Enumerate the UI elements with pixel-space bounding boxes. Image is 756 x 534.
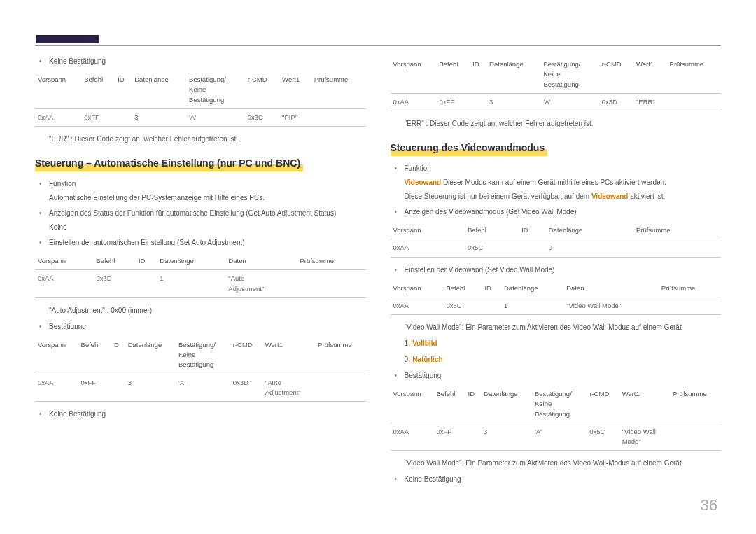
- table-cell: 1: [157, 270, 225, 298]
- table-cell: [634, 239, 721, 257]
- table-cell: 3: [132, 108, 186, 126]
- err-note-right: "ERR" : Dieser Code zeigt an, welcher Fe…: [391, 118, 722, 129]
- table-cell: 0x3D: [230, 374, 262, 402]
- table-header-cell: Befehl: [434, 386, 465, 423]
- table-cell: 0: [546, 239, 634, 257]
- table-cell: 0xAA: [391, 423, 434, 451]
- table-header-cell: ID: [519, 222, 546, 239]
- table-header-cell: Datenlänge: [546, 222, 634, 239]
- table-header-cell: r-CMD: [599, 56, 634, 93]
- table-header-cell: Vorspann: [35, 71, 81, 108]
- table-cell: 0xAA: [391, 297, 444, 314]
- bullet-keine-best: Keine Bestätigung: [49, 56, 366, 67]
- bullet-funktion: Funktion Automatische Einstellung der PC…: [49, 178, 366, 204]
- bullet-best-right: Bestätigung: [405, 370, 722, 381]
- table-header-cell: Befehl: [93, 253, 136, 270]
- table-cell: 'A': [541, 93, 599, 111]
- section-heading-videowand: Steuerung des Videowandmodus: [391, 140, 548, 156]
- table-cell: 1: [501, 297, 564, 314]
- videowand-desc2a: Diese Steuerung ist nur bei einem Gerät …: [405, 192, 592, 200]
- bullet-anzeigen-r: Anzeigen des Videowandmodus (Get Video W…: [405, 206, 722, 218]
- table-cell: [297, 270, 365, 298]
- right-table-4: VorspannBefehlIDDatenlängeBestätigung/ K…: [391, 386, 722, 451]
- table-cell: 'A': [176, 374, 230, 402]
- table-cell: [315, 374, 365, 402]
- right-table-1: VorspannBefehlIDDatenlängeBestätigung/ K…: [391, 56, 722, 111]
- table-header-cell: Datenlänge: [486, 56, 540, 93]
- videowand-desc1: Dieser Modus kann auf einem Gerät mithil…: [441, 178, 666, 186]
- page-number: 36: [701, 493, 718, 517]
- left-table-2: VorspannBefehlIDDatenlängeDatenPrüfsumme…: [35, 253, 366, 298]
- header-rule: [35, 45, 721, 46]
- table-cell: [659, 297, 721, 314]
- err-note-left: "ERR" : Dieser Code zeigt an, welcher Fe…: [35, 134, 366, 144]
- videowand-term: Videowand: [405, 178, 442, 186]
- table-cell: "Auto Adjustment": [262, 374, 315, 402]
- table-cell: 0xAA: [35, 270, 93, 298]
- table-header-cell: r-CMD: [587, 386, 619, 423]
- bullet-best-left: Bestätigung: [49, 321, 366, 332]
- table-cell: "ERR": [634, 93, 667, 111]
- table-cell: [136, 270, 157, 298]
- table-header-cell: Befehl: [78, 337, 110, 374]
- mode-0: 0: Natürlich: [391, 354, 722, 365]
- table-cell: [115, 108, 132, 126]
- anzeigen-label: Anzeigen des Status der Funktion für aut…: [49, 209, 336, 217]
- table-header-cell: Befehl: [436, 56, 470, 93]
- mode0-label: : Natürlich: [408, 356, 442, 363]
- table-header-cell: ID: [465, 386, 482, 423]
- bullet-keine-r: Keine Bestätigung: [405, 474, 722, 485]
- table-header-cell: r-CMD: [230, 337, 262, 374]
- funktion-desc: Automatische Einstellung der PC-Systeman…: [49, 192, 366, 204]
- anzeigen-sub: Keine: [49, 222, 366, 233]
- table-cell: [312, 108, 366, 126]
- bullet-keine-2: Keine Bestätigung: [49, 409, 366, 420]
- table-header-cell: Befehl: [443, 280, 482, 297]
- table-cell: [109, 374, 125, 402]
- table-cell: "Video Wall Mode": [620, 423, 670, 451]
- table-header-cell: Datenlänge: [157, 253, 225, 270]
- table-cell: 'A': [186, 108, 245, 126]
- table-header-cell: Vorspann: [35, 253, 93, 270]
- bullet-funktion-r: Funktion Videowand Dieser Modus kann auf…: [405, 163, 722, 202]
- table-cell: 0x3D: [599, 93, 634, 111]
- two-column-layout: Keine Bestätigung VorspannBefehlIDDatenl…: [35, 56, 721, 489]
- videowand-term2: Videowand: [592, 192, 629, 200]
- videowand-line2: Diese Steuerung ist nur bei einem Gerät …: [405, 191, 722, 202]
- table-header-cell: ID: [482, 280, 501, 297]
- table-header-cell: Prüfsumme: [670, 386, 721, 423]
- table-cell: 0xFF: [434, 423, 465, 451]
- table-cell: 0xFF: [78, 374, 110, 402]
- table-cell: 0x5C: [443, 297, 482, 314]
- table-cell: 'A': [532, 423, 587, 451]
- table-cell: "Auto Adjustment": [225, 270, 297, 298]
- right-table-3: VorspannBefehlIDDatenlängeDatenPrüfsumme…: [391, 280, 722, 316]
- bullet-anzeigen: Anzeigen des Status der Funktion für aut…: [49, 208, 366, 233]
- table-header-cell: Wert1: [262, 337, 315, 374]
- table-header-cell: Prüfsumme: [315, 337, 365, 374]
- table-header-cell: Bestätigung/ Keine Bestätigung: [176, 337, 230, 374]
- table-cell: 0xFF: [81, 108, 115, 126]
- table-header-cell: Prüfsumme: [634, 222, 721, 239]
- auto-adj-note: "Auto Adjustment" : 0x00 (immer): [35, 305, 366, 316]
- right-table-2: VorspannBefehlIDDatenlängePrüfsumme0xAA0…: [391, 222, 722, 258]
- brand-logo: [36, 35, 99, 43]
- table-header-cell: Daten: [225, 253, 297, 270]
- table-cell: [519, 239, 546, 257]
- table-cell: "PIP": [279, 108, 312, 126]
- table-header-cell: Prüfsumme: [659, 280, 721, 297]
- table-header-cell: Vorspann: [391, 56, 437, 93]
- table-header-cell: Wert1: [279, 71, 312, 108]
- table-header-cell: Bestätigung/ Keine Bestätigung: [186, 71, 245, 108]
- table-cell: 0xAA: [391, 93, 437, 111]
- section-heading-auto: Steuerung – Automatische Einstellung (nu…: [35, 155, 303, 171]
- vwm-note-1: "Video Wall Mode": Ein Parameter zum Akt…: [391, 322, 722, 332]
- vwm-note-2: "Video Wall Mode": Ein Parameter zum Akt…: [391, 458, 722, 468]
- mode1-label: : Vollbild: [408, 339, 437, 347]
- videowand-line1: Videowand Dieser Modus kann auf einem Ge…: [405, 177, 722, 188]
- table-header-cell: Befehl: [81, 71, 115, 108]
- table-header-cell: ID: [136, 253, 157, 270]
- table-cell: [465, 423, 482, 451]
- table-cell: [482, 297, 501, 314]
- table-cell: 0x3C: [245, 108, 279, 126]
